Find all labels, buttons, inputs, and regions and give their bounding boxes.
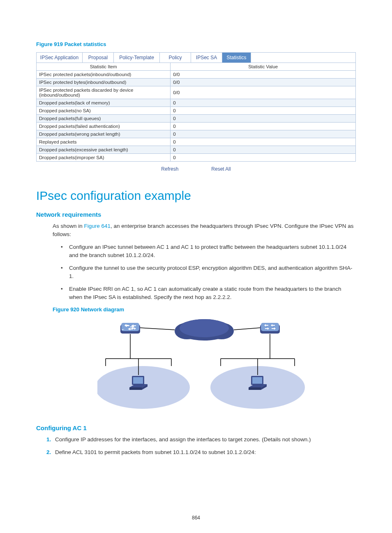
- stat-value: 0: [171, 130, 356, 138]
- table-row: Dropped packets(improper SA)0: [37, 154, 356, 162]
- requirements-list: Configure an IPsec tunnel between AC 1 a…: [53, 243, 356, 301]
- tab-ipsec-application[interactable]: IPSec Application: [37, 53, 83, 63]
- stat-value: 0: [171, 115, 356, 123]
- reset-all-button[interactable]: Reset All: [201, 164, 241, 174]
- stat-item: IPSec protected packets discarded by dev…: [37, 86, 171, 99]
- configuration-steps: Configure IP addresses for the interface…: [36, 436, 356, 457]
- col-header-item: Statistic Item: [37, 63, 171, 71]
- stat-value: 0: [171, 138, 356, 146]
- step-item: Configure IP addresses for the interface…: [53, 436, 356, 444]
- page-heading: IPsec configuration example: [36, 189, 356, 203]
- network-requirements-heading: Network requirements: [36, 211, 356, 218]
- tab-policy-template[interactable]: Policy-Template: [114, 53, 160, 63]
- svg-rect-23: [133, 377, 143, 384]
- stat-item: Dropped packets(excessive packet length): [37, 146, 171, 154]
- table-row: Dropped packets(full queues)0: [37, 115, 356, 123]
- refresh-button[interactable]: Refresh: [151, 164, 189, 174]
- ipsec-tabs: IPSec ApplicationProposalPolicy-Template…: [36, 52, 356, 63]
- tab-policy[interactable]: Policy: [160, 53, 191, 63]
- configuring-ac1-heading: Configuring AC 1: [36, 424, 356, 431]
- step-item: Define ACL 3101 to permit packets from s…: [53, 448, 356, 457]
- stat-value: 0/0: [171, 86, 356, 99]
- stat-value: 0/0: [171, 71, 356, 79]
- table-row: Dropped packets(no SA)0: [37, 107, 356, 115]
- list-item: Configure the tunnel to use the security…: [61, 264, 356, 280]
- stat-value: 0: [171, 146, 356, 154]
- tab-proposal[interactable]: Proposal: [83, 53, 114, 63]
- svg-rect-25: [252, 377, 262, 384]
- table-row: Dropped packets(failed authentication)0: [37, 123, 356, 130]
- network-diagram: [97, 317, 311, 412]
- table-row: IPSec protected bytes(inbound/outbound)0…: [37, 79, 356, 86]
- stat-item: Dropped packets(lack of memory): [37, 99, 171, 107]
- svg-line-9: [234, 328, 260, 330]
- page-number: 864: [0, 515, 392, 521]
- col-header-value: Statistic Value: [171, 63, 356, 71]
- table-row: IPSec protected packets(inbound/outbound…: [37, 71, 356, 79]
- svg-line-8: [140, 328, 175, 330]
- figure-641-link[interactable]: Figure 641: [84, 223, 111, 229]
- stat-item: Dropped packets(improper SA): [37, 154, 171, 162]
- figure-920-caption: Figure 920 Network diagram: [53, 306, 356, 313]
- stat-item: Dropped packets(no SA): [37, 107, 171, 115]
- table-row: Replayed packets0: [37, 138, 356, 146]
- figure-919-caption: Figure 919 Packet statistics: [36, 41, 356, 47]
- stat-value: 0: [171, 99, 356, 107]
- tab-statistics[interactable]: Statistics: [222, 53, 251, 63]
- tab-ipsec-sa[interactable]: IPSec SA: [191, 53, 222, 63]
- stat-value: 0: [171, 154, 356, 162]
- statistics-table: Statistic Item Statistic Value IPSec pro…: [36, 63, 356, 162]
- table-row: IPSec protected packets discarded by dev…: [37, 86, 356, 99]
- stat-item: IPSec protected packets(inbound/outbound…: [37, 71, 171, 79]
- stat-item: Dropped packets(full queues): [37, 115, 171, 123]
- svg-rect-7: [261, 323, 279, 331]
- table-row: Dropped packets(wrong packet length)0: [37, 130, 356, 138]
- stat-item: Replayed packets: [37, 138, 171, 146]
- list-item: Configure an IPsec tunnel between AC 1 a…: [61, 243, 356, 259]
- network-requirements-para: As shown in Figure 641, an enterprise br…: [53, 222, 356, 238]
- svg-point-3: [180, 319, 229, 337]
- stat-item: IPSec protected bytes(inbound/outbound): [37, 79, 171, 86]
- stat-item: Dropped packets(wrong packet length): [37, 130, 171, 138]
- list-item: Enable IPsec RRI on AC 1, so AC 1 can au…: [61, 285, 356, 301]
- stat-value: 0/0: [171, 79, 356, 86]
- stat-value: 0: [171, 123, 356, 130]
- stat-item: Dropped packets(failed authentication): [37, 123, 171, 130]
- stat-value: 0: [171, 107, 356, 115]
- table-row: Dropped packets(lack of memory)0: [37, 99, 356, 107]
- table-row: Dropped packets(excessive packet length)…: [37, 146, 356, 154]
